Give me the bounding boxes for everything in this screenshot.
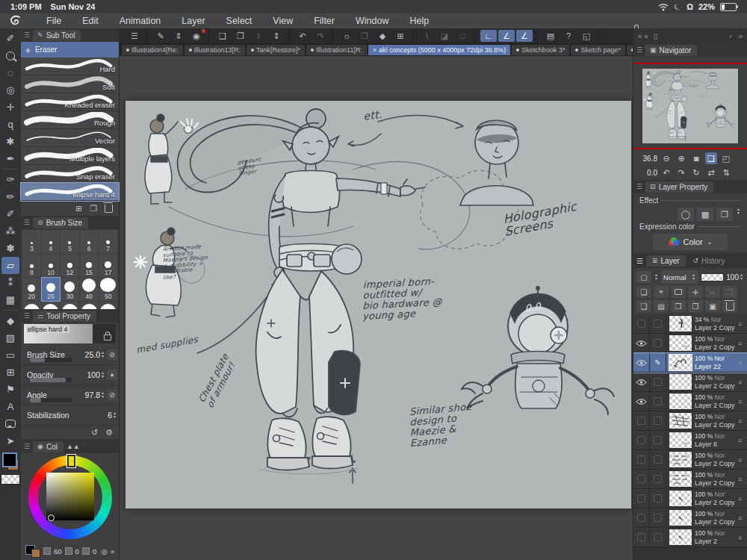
layer-row[interactable]: 34 % NorLayer 2 Copy≡ xyxy=(633,314,747,334)
menu-animation[interactable]: Animation xyxy=(109,16,172,26)
layer-check-empty[interactable] xyxy=(650,528,666,547)
balloon-tool[interactable] xyxy=(1,415,19,432)
file-toggle-icon[interactable]: ⇕ xyxy=(268,30,285,42)
brush-size-3[interactable]: 3 xyxy=(22,230,41,253)
navigator-thumbnail[interactable] xyxy=(642,69,738,143)
brush-size-overflow[interactable] xyxy=(22,302,41,309)
sv-cursor[interactable] xyxy=(48,514,55,521)
color-slider-tab-icon[interactable]: ▲▲ xyxy=(66,443,80,450)
brush-size-4[interactable]: 4 xyxy=(42,230,61,253)
layer-check-empty[interactable] xyxy=(650,334,666,352)
fill-tool[interactable]: ◆ xyxy=(1,312,19,329)
blend-mode-select[interactable]: Normal▴▾ xyxy=(661,270,698,284)
hue-marker[interactable] xyxy=(67,455,75,467)
layer-thumbnail[interactable] xyxy=(669,529,692,546)
frame-border-tool[interactable]: ⊞ xyxy=(1,364,19,381)
layer-thumbnail[interactable] xyxy=(669,470,692,488)
duplicate-icon[interactable]: ❐ xyxy=(356,30,373,42)
menu-window[interactable]: Window xyxy=(345,16,399,26)
zoom-100-button[interactable]: ◙ xyxy=(690,152,702,164)
property-stepper[interactable]: ▴▾ xyxy=(102,391,104,399)
navigator-panel-header[interactable]: ☰ ▣ Navigator xyxy=(633,43,747,57)
snap-grid-icon[interactable]: ∠ xyxy=(516,30,533,42)
layer-menu-icon[interactable]: ≡ xyxy=(738,476,747,483)
lock-icon[interactable] xyxy=(104,335,111,340)
layer-visibility-empty[interactable] xyxy=(633,450,650,469)
rotate-right-button[interactable]: ↷ xyxy=(675,167,687,178)
brush-size-7[interactable]: 7 xyxy=(99,230,117,253)
delete-subtool-button[interactable] xyxy=(105,205,113,213)
color-panel-header[interactable]: ☰ ◉ Col ▲▲ xyxy=(21,440,119,453)
paper-layer-button[interactable]: ▣ xyxy=(705,300,720,312)
layer-thumbnail[interactable] xyxy=(669,432,692,449)
sub-tool-item[interactable]: Vector xyxy=(21,129,119,147)
brush-size-17[interactable]: 17 xyxy=(99,254,117,277)
lock-layer-button[interactable] xyxy=(671,286,686,298)
layer-thumbnail[interactable] xyxy=(669,335,692,352)
sub-tool-item[interactable]: ellipse hard 4 xyxy=(21,183,119,201)
close-tab-icon[interactable]: × xyxy=(373,46,376,54)
sub-tool-item[interactable]: Rough xyxy=(21,111,119,129)
border-effect-button[interactable]: ◯ xyxy=(678,208,694,221)
sync-help-icon[interactable]: ? xyxy=(560,30,577,42)
menu-layer[interactable]: Layer xyxy=(171,16,215,26)
layer-check-empty[interactable] xyxy=(650,489,666,508)
brush-size-8[interactable]: 8 xyxy=(22,254,41,277)
opacity-stepper[interactable]: ▴▾ xyxy=(740,273,743,281)
layer-check-empty[interactable] xyxy=(650,373,666,391)
layer-thumbnail[interactable] xyxy=(669,315,692,332)
reference-manual-icon[interactable]: ▤ xyxy=(542,30,559,42)
panel-menu-icon[interactable]: ☰ xyxy=(24,219,30,226)
layer-menu-icon[interactable]: ≡ xyxy=(738,514,747,522)
layer-row[interactable]: 100 % NorLayer 2 Copy≡ xyxy=(633,489,747,508)
brush-tool[interactable]: ✐ xyxy=(1,205,19,223)
layer-thumbnail[interactable] xyxy=(669,393,692,410)
sub-tool-item[interactable]: Soft xyxy=(21,75,119,93)
hamburger-menu-icon[interactable]: ☰ xyxy=(126,30,143,42)
menu-select[interactable]: Select xyxy=(216,16,263,26)
reset-property-button[interactable]: ↺ xyxy=(91,428,98,438)
panel-menu-icon[interactable]: ☰ xyxy=(24,31,30,39)
rotate-left-button[interactable]: ↶ xyxy=(660,167,672,178)
layer-menu-icon[interactable]: ≡ xyxy=(738,456,747,464)
ruler-button[interactable]: ⌖ xyxy=(654,286,669,298)
layer-menu-icon[interactable]: ≡ xyxy=(738,398,747,405)
expand-right-chevron[interactable]: › xyxy=(729,32,731,40)
document-tab[interactable]: aki robot* xyxy=(627,45,633,55)
layer-visibility-empty[interactable] xyxy=(633,489,650,508)
eraser-tool[interactable]: ▱ xyxy=(1,257,19,274)
new-canvas-icon[interactable]: ❑ xyxy=(214,30,231,42)
tab-history[interactable]: ↺ History xyxy=(689,255,730,267)
layer-menu-icon[interactable]: ≡ xyxy=(738,437,747,444)
menu-view[interactable]: View xyxy=(262,16,303,26)
layer-visibility-empty[interactable] xyxy=(633,470,650,488)
property-brush-size[interactable]: Brush Size25.0▴▾⊘ xyxy=(21,345,119,365)
lock-transparent-button[interactable]: ✛ xyxy=(688,286,703,298)
flip-vertical-button[interactable]: ⇅ xyxy=(720,167,732,178)
layer-row[interactable]: 100 % NorLayer 6≡ xyxy=(633,431,747,450)
layer-thumbnail[interactable] xyxy=(669,373,692,391)
layer-row[interactable]: 100 % NorLayer 2 Copy≡ xyxy=(633,334,747,353)
collapse-left-chevron[interactable]: « xyxy=(644,32,648,40)
property-dynamics-button[interactable]: ⊘ xyxy=(107,349,117,360)
menu-file[interactable]: File xyxy=(36,16,72,26)
tone-square-icon[interactable]: ◪ xyxy=(436,30,453,42)
tab-layer[interactable]: ≣ Layer xyxy=(646,255,686,267)
layer-row[interactable]: ✎100 % NorLayer 22≡ xyxy=(633,353,747,373)
filter-process-icon[interactable]: ☼ xyxy=(338,30,355,42)
empty-square-icon[interactable]: □ xyxy=(454,30,471,42)
property-slider[interactable] xyxy=(30,378,72,382)
brush-size-overflow[interactable] xyxy=(99,302,117,309)
effect-stepper[interactable]: ▴▾ xyxy=(737,208,740,221)
merge-layer-button[interactable]: ❒ xyxy=(688,300,703,312)
delete-layer-button[interactable] xyxy=(722,300,737,312)
brush-size-50[interactable]: 50 xyxy=(99,278,117,301)
selected-tool-row[interactable]: ◈ Eraser xyxy=(21,42,119,57)
main-color-swatches[interactable] xyxy=(1,452,19,472)
layer-visibility-empty[interactable] xyxy=(633,528,650,547)
sub-tool-panel-header[interactable]: ☰ ✎ Sub Tool xyxy=(21,28,119,42)
color-wheel[interactable] xyxy=(21,453,119,544)
workspace-edit-icon[interactable]: ✎ xyxy=(152,30,169,42)
property-opacity[interactable]: Opacity100▴▾♦ xyxy=(21,365,119,385)
brush-size-overflow[interactable] xyxy=(42,302,61,309)
